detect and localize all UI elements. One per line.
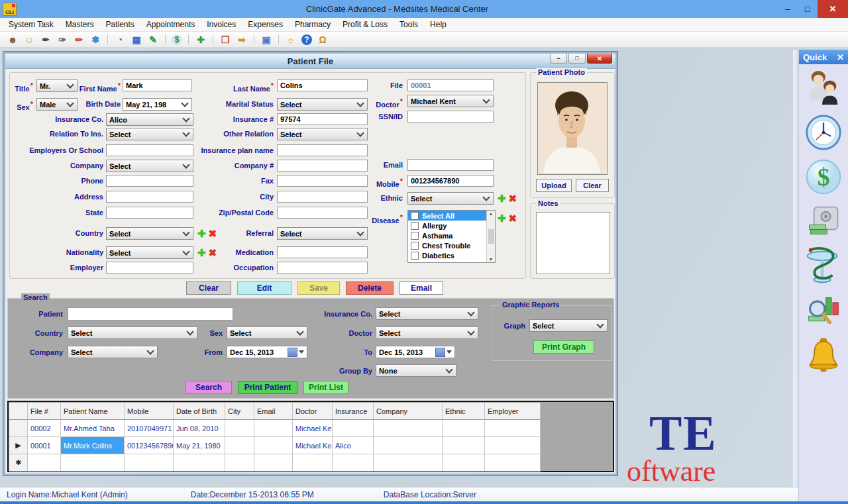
col-ethnic[interactable]: Ethnic bbox=[443, 403, 485, 420]
notes-textarea[interactable] bbox=[536, 212, 610, 274]
doctor-select[interactable]: Michael Kent bbox=[407, 95, 494, 107]
minimize-button[interactable]: – bbox=[778, 0, 798, 18]
delete-button[interactable]: Delete bbox=[346, 281, 394, 295]
add-ethnic-icon[interactable]: ✚ bbox=[498, 193, 506, 203]
patients-icon[interactable]: ☻ bbox=[7, 34, 19, 46]
search-company-select[interactable]: Select bbox=[68, 346, 158, 358]
other-relation-select[interactable]: Select bbox=[277, 128, 368, 140]
col-employer[interactable]: Employer bbox=[485, 403, 541, 420]
last-name-input[interactable]: Colins bbox=[277, 79, 368, 91]
graph-select[interactable]: Select bbox=[529, 319, 608, 332]
clear-photo-button[interactable]: Clear bbox=[576, 179, 609, 192]
search-country-select[interactable]: Select bbox=[68, 327, 197, 339]
checkbox-icon[interactable] bbox=[411, 212, 419, 220]
pen-icon[interactable]: ✏ bbox=[73, 34, 85, 46]
alarm-icon[interactable]: ☼ bbox=[285, 34, 297, 46]
medication-input[interactable] bbox=[277, 246, 368, 258]
disease-option-chest-trouble[interactable]: Chest Trouble bbox=[408, 240, 495, 250]
help-icon[interactable]: ? bbox=[301, 34, 312, 45]
dialog-restore-button[interactable]: □ bbox=[568, 54, 586, 64]
disease-option-asthama[interactable]: Asthama bbox=[408, 230, 495, 240]
disease-scrollbar[interactable]: ▲▼ bbox=[486, 211, 495, 262]
row-selector[interactable] bbox=[9, 420, 28, 437]
menu-tools[interactable]: Tools bbox=[394, 19, 424, 30]
selected-cell[interactable]: Mr.Mark Colins bbox=[61, 437, 125, 454]
checkbox-icon[interactable] bbox=[411, 252, 419, 260]
sex-select[interactable]: Male bbox=[36, 98, 78, 111]
table-row[interactable]: 00002 Mr.Ahmed Taha 20107049971 Jun 08, … bbox=[9, 420, 541, 437]
col-email[interactable]: Email bbox=[254, 403, 293, 420]
calendar-icon[interactable] bbox=[288, 348, 297, 357]
signature-icon[interactable]: ✒ bbox=[40, 34, 52, 46]
upload-photo-button[interactable]: Upload bbox=[536, 179, 572, 192]
quick-pharmacy-icon[interactable] bbox=[805, 247, 842, 284]
table-new-row[interactable]: ✱ bbox=[9, 454, 541, 472]
city-input[interactable] bbox=[277, 191, 368, 203]
add-disease-icon[interactable]: ✚ bbox=[498, 213, 506, 223]
col-patient-name[interactable]: Patient Name bbox=[61, 403, 125, 420]
menu-system-task[interactable]: System Task bbox=[3, 19, 60, 30]
search-patient-input[interactable] bbox=[68, 307, 233, 321]
menu-profit-loss[interactable]: Profit & Loss bbox=[337, 19, 394, 30]
col-file[interactable]: File # bbox=[28, 403, 61, 420]
checkbox-icon[interactable] bbox=[411, 222, 419, 230]
insurance-number-input[interactable]: 97574 bbox=[277, 113, 368, 125]
col-insurance[interactable]: Insurance bbox=[333, 403, 374, 420]
company-number-input[interactable] bbox=[277, 160, 368, 172]
delete-ethnic-icon[interactable]: ✖ bbox=[509, 193, 517, 203]
checkbox-icon[interactable] bbox=[411, 242, 419, 250]
medicine-icon[interactable]: ✚ bbox=[195, 34, 207, 46]
ethnic-select[interactable]: Select bbox=[407, 192, 494, 205]
checkbox-icon[interactable] bbox=[411, 232, 419, 240]
disease-option-diabetics[interactable]: Diabetics bbox=[408, 250, 495, 260]
calculator-icon[interactable]: ▣ bbox=[260, 34, 272, 46]
invoice-edit-icon[interactable]: ✎ bbox=[147, 34, 159, 46]
disease-option-select-all[interactable]: Select All bbox=[408, 211, 495, 221]
fax-input[interactable] bbox=[277, 175, 368, 187]
maximize-button[interactable]: □ bbox=[798, 0, 818, 18]
save-button[interactable]: Save bbox=[297, 281, 340, 295]
search-from-date[interactable]: Dec 15, 2013 bbox=[227, 346, 307, 358]
menu-expenses[interactable]: Expenses bbox=[242, 19, 289, 30]
col-city[interactable]: City bbox=[225, 403, 254, 420]
scroll-down-icon[interactable]: ▼ bbox=[489, 257, 494, 262]
search-doctor-select[interactable]: Select bbox=[376, 327, 478, 339]
search-to-date[interactable]: Dec 15, 2013 bbox=[376, 346, 455, 358]
patient-icon[interactable]: ☺ bbox=[23, 34, 35, 46]
menu-patients[interactable]: Patients bbox=[100, 19, 140, 30]
search-insurance-select[interactable]: Select bbox=[376, 307, 478, 320]
ssn-input[interactable] bbox=[407, 111, 494, 123]
bell-icon[interactable]: Ω bbox=[317, 34, 329, 46]
quick-close-icon[interactable]: ✕ bbox=[837, 52, 844, 62]
calendar-cash-icon[interactable]: ▦ bbox=[131, 34, 142, 46]
col-doctor[interactable]: Doctor bbox=[293, 403, 333, 420]
clear-button[interactable]: Clear bbox=[186, 281, 231, 295]
zip-input[interactable] bbox=[277, 207, 368, 219]
calendar-icon[interactable] bbox=[435, 348, 445, 357]
disease-option-allergy[interactable]: Allergy bbox=[408, 221, 495, 230]
title-select[interactable]: Mr. bbox=[36, 79, 78, 92]
scroll-thumb[interactable] bbox=[488, 229, 494, 244]
menu-pharmacy[interactable]: Pharmacy bbox=[289, 19, 337, 30]
quick-appointments-icon[interactable] bbox=[805, 114, 842, 151]
marital-status-select[interactable]: Select bbox=[277, 98, 368, 111]
email-input[interactable] bbox=[407, 159, 494, 171]
mobile-input[interactable]: 001234567890 bbox=[407, 175, 494, 187]
print-patient-button[interactable]: Print Patient bbox=[238, 381, 297, 394]
disease-listbox[interactable]: Select All Allergy Asthama Chest Trouble… bbox=[407, 210, 496, 263]
group-by-select[interactable]: None bbox=[376, 364, 456, 377]
close-button[interactable]: ✕ bbox=[818, 0, 848, 18]
print-list-button[interactable]: Print List bbox=[303, 381, 348, 394]
search-button[interactable]: Search bbox=[186, 381, 232, 394]
col-mobile[interactable]: Mobile bbox=[125, 403, 174, 420]
dollar-icon[interactable]: $ bbox=[172, 34, 182, 45]
quick-reminder-icon[interactable] bbox=[805, 336, 842, 373]
dialog-close-button[interactable]: ✕ bbox=[587, 54, 612, 64]
quick-patients-icon[interactable] bbox=[805, 70, 842, 107]
col-dob[interactable]: Date of Birth bbox=[174, 403, 225, 420]
gift-icon[interactable]: ❒ bbox=[219, 34, 231, 46]
paint-icon[interactable]: ❃ bbox=[89, 34, 101, 46]
stylus-icon[interactable]: ✑ bbox=[56, 34, 68, 46]
undo-icon[interactable]: ➥ bbox=[236, 34, 248, 46]
edit-button[interactable]: Edit bbox=[237, 281, 292, 295]
